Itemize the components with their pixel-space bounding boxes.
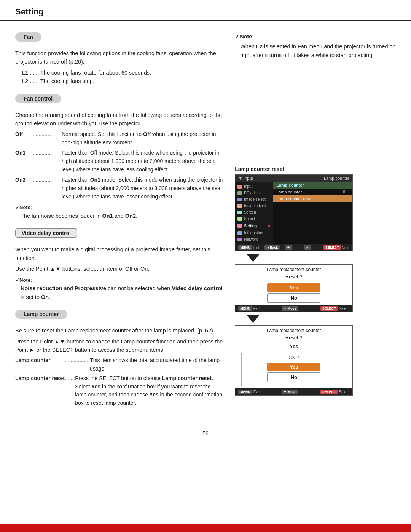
dialog1-buttons: Yes No <box>235 282 352 305</box>
bottombar-back: ◄Back <box>264 245 280 250</box>
left-column: Fan This function provides the following… <box>15 32 223 416</box>
dialog1-no[interactable]: No <box>267 293 320 303</box>
setting-arrow: ◄ <box>266 223 271 228</box>
fan-control-note-text: The fan noise becomes louder in On1 and … <box>15 212 223 220</box>
sidebar-image-select: Image select <box>235 196 273 203</box>
dialog2-inner-title: OK ? <box>245 355 342 360</box>
lamp-counter-intro: Be sure to reset the Lamp replacement co… <box>15 326 223 335</box>
d1-move: ✦ Move <box>282 306 298 311</box>
ui-panel: Lamp counter Lamp counter 0 H Lamp count… <box>273 182 352 244</box>
dialog2-inner-no[interactable]: No <box>267 372 320 382</box>
fan-on2-desc: Faster than On1 mode. Select this mode w… <box>62 176 223 201</box>
arrow-down-icon-1 <box>246 254 260 262</box>
d2-move: ✦ Move <box>282 390 298 394</box>
video-delay-text1: When you want to make a digital processi… <box>15 245 223 262</box>
sidebar-sound: Sound <box>235 216 273 222</box>
fan-on1-desc: Faster than Off mode. Select this mode w… <box>62 149 223 174</box>
fan-section: Fan This function provides the following… <box>15 32 223 86</box>
panel-row-lamp-counter: Lamp counter 0 H <box>273 189 352 195</box>
dialog2-bottombar: MENU Exit ✦ Move SELECT Select <box>235 388 352 395</box>
video-delay-text2: Use the Point ▲▼ buttons, select an item… <box>15 265 223 273</box>
bottom-bar <box>0 524 411 532</box>
bottombar-menu: MENU Exit <box>238 245 259 250</box>
d1-select: SELECT Select <box>320 306 349 311</box>
fan-control-note: ✓Note: <box>15 203 223 211</box>
ui-mock-main: ▼ Input Lamp counter Input PC adjust <box>235 174 353 251</box>
video-delay-label: Video delay control <box>15 228 77 238</box>
ui-bottombar: MENU Exit ◄Back ✦ ----- ► ----- SELECT N… <box>235 244 352 251</box>
lamp-counter-reset-def: Lamp counter reset ....... Press the SEL… <box>15 374 223 407</box>
lamp-counter-reset-label: Lamp counter reset <box>235 166 396 172</box>
fan-label: Fan <box>15 32 41 42</box>
ui-sidebar: Input PC adjust Image select Image adjus… <box>235 182 273 244</box>
sidebar-screen: Screen <box>235 209 273 216</box>
sidebar-setting: Setting ◄ <box>235 222 273 230</box>
sound-icon <box>237 217 242 221</box>
fan-off-desc: Normal speed. Set this function to Off w… <box>62 130 223 147</box>
dialog2-question: Reset ? <box>235 334 352 343</box>
dialog1: Lamp replacement counter Reset ? Yes No … <box>235 264 353 312</box>
dialog2: Lamp replacement counter Reset ? Yes OK … <box>235 325 353 396</box>
bottombar-forward: ► ----- <box>304 245 319 250</box>
bottombar-select: SELECT Next <box>323 245 349 250</box>
lamp-counter-section: Lamp counter Be sure to reset the Lamp r… <box>15 310 223 407</box>
video-delay-note-label: ✓Note: <box>15 276 223 284</box>
bottombar-move: ✦ ----- <box>285 245 299 250</box>
spacer <box>235 71 396 166</box>
lc-term: Lamp counter <box>15 356 65 373</box>
fan-l1: L1 ...... The cooling fans rotate for ab… <box>22 69 223 77</box>
sidebar-network: Network <box>235 236 273 243</box>
fan-l2: L2 ...... The cooling fans stop. <box>22 77 223 85</box>
right-column: ✓Note: When L2 is selected in Fan menu a… <box>235 32 396 416</box>
sidebar-image-adjust: Image adjust <box>235 203 273 209</box>
lamp-counter-label: Lamp counter <box>15 310 67 319</box>
setting-icon <box>237 224 242 228</box>
image-select-icon <box>237 198 242 201</box>
fan-intro: This function provides the following opt… <box>15 49 223 66</box>
arrow-down-2 <box>235 312 396 325</box>
dialog1-title: Lamp replacement counter <box>235 265 352 273</box>
dialog1-yes[interactable]: Yes <box>267 283 320 292</box>
panel-header: Lamp counter <box>273 182 352 189</box>
d2-select: SELECT Select <box>320 390 349 394</box>
ui-topbar: ▼ Input Lamp counter <box>235 175 352 182</box>
dialog1-question: Reset ? <box>235 273 352 282</box>
fan-control-section: Fan control Choose the running speed of … <box>15 94 223 220</box>
lcr-desc: Press the SELECT button to choose Lamp c… <box>75 374 223 407</box>
fan-on1-dots: .............. <box>31 149 62 174</box>
video-delay-section: Video delay control When you want to mak… <box>15 228 223 301</box>
sidebar-pc-adjust: PC adjust <box>235 190 273 196</box>
fan-on1-def: On1 .............. Faster than Off mode.… <box>15 149 223 174</box>
fan-off-def: Off ................ Normal speed. Set t… <box>15 130 223 147</box>
input-icon <box>237 185 242 189</box>
content-area: Fan This function provides the following… <box>0 21 411 423</box>
video-delay-note-text: Noise reduction and Progressive can not … <box>15 284 223 301</box>
d1-menu: MENU Exit <box>238 306 260 311</box>
fan-control-intro: Choose the running speed of cooling fans… <box>15 111 223 128</box>
dialog2-title: Lamp replacement counter <box>235 326 352 334</box>
lamp-counter-press: Press the Point ▲▼ buttons to choose the… <box>15 337 223 355</box>
lcr-term: Lamp counter reset <box>15 374 65 407</box>
page-number: 56 <box>0 423 411 440</box>
dialog2-inner-yes[interactable]: Yes <box>267 363 320 371</box>
dialog2-yes: Yes <box>235 343 352 351</box>
fan-on2-dots: .............. <box>31 176 62 201</box>
arrow-down-icon-2 <box>246 315 260 323</box>
sidebar-input: Input <box>235 183 273 190</box>
fan-list: L1 ...... The cooling fans rotate for ab… <box>15 69 223 86</box>
fan-off-term: Off <box>15 130 31 147</box>
lcr-dots: ....... <box>65 374 75 407</box>
ui-body: Input PC adjust Image select Image adjus… <box>235 182 352 244</box>
fan-off-dots: ................ <box>31 130 62 147</box>
lamp-counter-def: Lamp counter ................. This item… <box>15 356 223 373</box>
network-icon <box>237 238 242 241</box>
right-note-box: ✓Note: When L2 is selected in Fan menu a… <box>235 32 396 59</box>
page-title: Setting <box>15 7 396 17</box>
fan-on2-def: On2 .............. Faster than On1 mode.… <box>15 176 223 201</box>
fan-on2-term: On2 <box>15 176 31 201</box>
dialog1-bottombar: MENU Exit ✦ Move SELECT Select <box>235 305 352 312</box>
lc-dots: ................. <box>65 356 90 373</box>
pc-icon <box>237 191 242 195</box>
info-icon <box>237 231 242 235</box>
dialog2-inner-buttons: Yes No <box>245 361 342 384</box>
